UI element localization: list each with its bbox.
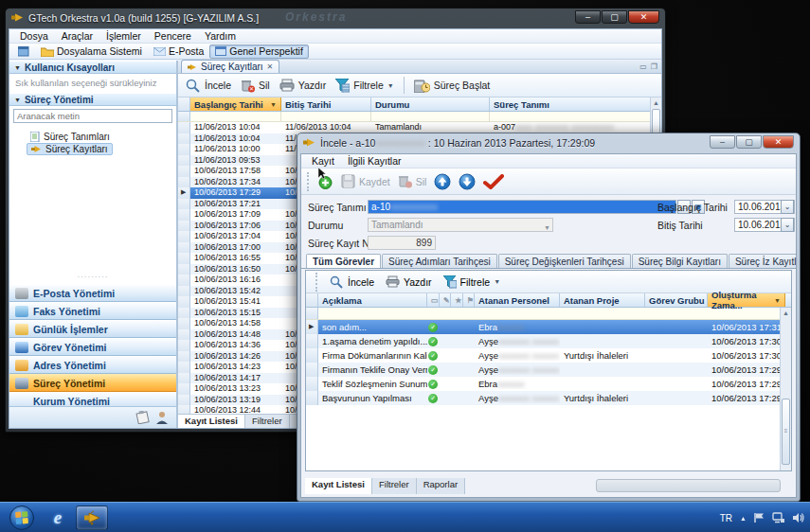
bottom-tab[interactable]: Filtreler bbox=[245, 415, 290, 428]
tray-flag-icon[interactable] bbox=[754, 512, 765, 523]
filtrele-button[interactable]: Filtrele ▼ bbox=[443, 275, 500, 289]
dialog-tab[interactable]: Süreç Bilgi Kayıtları bbox=[632, 254, 728, 268]
column-header-note-icon[interactable]: ▭ bbox=[427, 293, 440, 307]
menu-item[interactable]: Pencere bbox=[148, 29, 198, 43]
tab-close-icon[interactable]: ✕ bbox=[267, 62, 274, 71]
close-button[interactable]: ✕ bbox=[763, 135, 794, 149]
menu-item[interactable]: Yardım bbox=[198, 29, 243, 43]
scrollbar-thumb[interactable]: ≡ bbox=[782, 399, 790, 465]
tasks-scrollbar[interactable]: ▲ ≡ bbox=[780, 308, 791, 470]
dialog-tab[interactable]: Süreç Değişkenleri Tarihçesi bbox=[498, 254, 631, 268]
surec-baslat-button[interactable]: Süreç Başlat bbox=[414, 79, 491, 93]
bitis-dropdown-button[interactable]: ⌄ bbox=[781, 218, 794, 232]
filtrele-dropdown-icon[interactable]: ▼ bbox=[494, 278, 500, 285]
process-section-header[interactable]: ▼ Süreç Yönetimi bbox=[9, 93, 176, 106]
mdi-minimize-icon[interactable]: ▭ bbox=[639, 62, 647, 71]
dialog-tab[interactable]: Tüm Görevler bbox=[306, 254, 381, 268]
nav-item[interactable]: Faks Yönetimi bbox=[9, 302, 176, 320]
nav-item[interactable]: Adres Yönetimi bbox=[9, 356, 176, 374]
start-button[interactable] bbox=[9, 505, 34, 530]
surec-tanimi-input[interactable]: a-10xxxxxxxxxx bbox=[368, 200, 676, 214]
yazdir-button[interactable]: Yazdır bbox=[279, 79, 327, 92]
menu-item[interactable]: Kayıt bbox=[305, 154, 341, 168]
column-header-aciklama[interactable]: Açıklama bbox=[318, 293, 427, 307]
column-header-baslangic[interactable]: Başlangıç Tarihi ▼ bbox=[190, 98, 281, 111]
column-header-bitis[interactable]: Bitiş Tarihi bbox=[281, 98, 371, 111]
task-row[interactable]: Firmanın Teklife Onay Verm... ✓ Ayşexxxx… bbox=[306, 363, 791, 377]
column-header-olusturma[interactable]: Oluşturma Zama...▼ bbox=[708, 293, 785, 307]
general-perspective-button[interactable]: Genel Perspektif bbox=[209, 44, 309, 59]
filter-row[interactable] bbox=[178, 112, 661, 122]
column-header-durumu[interactable]: Durumu bbox=[371, 98, 490, 111]
maximize-button[interactable]: ▢ bbox=[736, 135, 762, 149]
main-title-bar[interactable]: GTech Orkestra v1.0a (build 1255) [G-YAZ… bbox=[6, 9, 665, 27]
shortcuts-section-header[interactable]: ▼ Kullanıcı Kısayolları bbox=[9, 61, 176, 74]
task-row[interactable]: Başvurunun Yapılması ✓ Ayşexxxxxxx xxxxx… bbox=[306, 391, 791, 405]
perspective-grid-button[interactable] bbox=[12, 44, 35, 59]
tray-hidden-icons-arrow[interactable]: ▲ bbox=[740, 515, 747, 522]
column-header-tanim[interactable]: Süreç Tanımı bbox=[490, 98, 654, 111]
tray-volume-icon[interactable] bbox=[792, 512, 804, 523]
task-row[interactable]: 1.aşama denetim yapıldı... ✓ Ayşexxxxxxx… bbox=[306, 334, 791, 348]
task-row[interactable]: Teklif Sözleşmenin Sunumu ✓ Ebraxxxxxx 1… bbox=[306, 377, 791, 391]
nav-item[interactable]: Süreç Yönetimi bbox=[9, 374, 176, 392]
nav-item[interactable]: E-Posta Yönetimi bbox=[9, 284, 176, 302]
menu-item[interactable]: Araçlar bbox=[55, 29, 99, 43]
filtrele-dropdown-icon[interactable]: ▼ bbox=[387, 82, 394, 89]
task-row[interactable]: ▶ son adım... ✓ Ebraxxxxxx 10/06/2013 17… bbox=[306, 320, 791, 334]
column-header-star-icon[interactable]: ★ bbox=[451, 293, 463, 307]
mdi-restore-icon[interactable]: ❐ bbox=[651, 62, 657, 71]
kaydet-button[interactable]: Kaydet bbox=[341, 174, 390, 188]
taskbar-orkestra-button[interactable] bbox=[76, 505, 108, 530]
task-row[interactable]: Firma Dökümanlarının Kalit... ✓ Ayşexxxx… bbox=[306, 348, 791, 363]
column-header-flag-icon[interactable]: ⚑ bbox=[463, 293, 476, 307]
filtrele-button[interactable]: Filtrele ▼ bbox=[335, 79, 393, 93]
tab-surec-kayitlari[interactable]: Süreç Kayıtları ✕ bbox=[181, 60, 279, 73]
menu-item[interactable]: İlgili Kayıtlar bbox=[341, 154, 408, 168]
minimize-button[interactable]: – bbox=[575, 10, 601, 24]
tray-language-indicator[interactable]: TR bbox=[720, 513, 732, 523]
email-button[interactable]: E-Posta bbox=[148, 44, 209, 59]
minimize-button[interactable]: – bbox=[710, 135, 735, 149]
durumu-combo[interactable]: Tamamlandı▼ bbox=[368, 218, 553, 232]
add-button[interactable] bbox=[317, 173, 333, 189]
approve-check-icon[interactable] bbox=[483, 174, 504, 189]
sidebar-splitter[interactable]: ········· bbox=[9, 273, 176, 281]
table-row[interactable]: 11/06/2013 10:04 11/06/2013 10:04 Tamaml… bbox=[178, 122, 661, 133]
bottom-tab[interactable]: Raporlar bbox=[417, 478, 465, 494]
tray-network-icon[interactable] bbox=[772, 512, 784, 523]
menu-item[interactable]: Dosya bbox=[13, 29, 55, 43]
bottom-tab[interactable]: Kayıt Listesi bbox=[305, 478, 372, 494]
toolbar-drag-handle[interactable] bbox=[315, 273, 318, 292]
dialog-tab[interactable]: Süreç Adımları Tarihçesi bbox=[382, 254, 497, 268]
column-header-personel[interactable]: Atanan Personel bbox=[475, 293, 560, 307]
scroll-up-icon[interactable]: ▲ bbox=[781, 308, 791, 318]
column-header-proje[interactable]: Atanan Proje bbox=[560, 293, 645, 307]
sidebar-search-input[interactable] bbox=[13, 109, 172, 123]
navigate-down-icon[interactable] bbox=[459, 173, 476, 190]
toolbar-drag-handle[interactable] bbox=[307, 172, 310, 191]
sil-button[interactable]: ✕ Sil bbox=[241, 79, 270, 93]
baslangic-dropdown-button[interactable]: ⌄ bbox=[781, 200, 794, 214]
column-header-grup[interactable]: Görev Grubu bbox=[645, 293, 708, 307]
filing-system-button[interactable]: Dosyalama Sistemi bbox=[35, 44, 148, 59]
scroll-up-icon[interactable]: ▲ bbox=[651, 98, 661, 108]
bottom-tab[interactable]: Filtreler bbox=[372, 478, 417, 494]
close-button[interactable]: ✕ bbox=[628, 10, 659, 24]
dialog-title-bar[interactable]: İncele - a-10xxxxxxxxxx : 10 Haziran 201… bbox=[297, 133, 800, 151]
tree-item-surec-tanimlari[interactable]: Süreç Tanımları bbox=[27, 131, 114, 143]
clipboard-icon[interactable] bbox=[135, 411, 150, 424]
sil-button[interactable]: Sil bbox=[398, 174, 427, 188]
nav-item[interactable]: Görev Yönetimi bbox=[9, 338, 176, 356]
person-icon[interactable] bbox=[155, 411, 169, 424]
bottom-tab[interactable]: Kayıt Listesi bbox=[178, 415, 245, 428]
incele-button[interactable]: İncele bbox=[186, 79, 231, 93]
dialog-tab[interactable]: Süreç İz Kayıtları bbox=[729, 254, 797, 268]
yazdir-button[interactable]: Yazdır bbox=[386, 275, 432, 288]
tree-item-surec-kayitlari[interactable]: Süreç Kayıtları bbox=[27, 143, 113, 155]
maximize-button[interactable]: ▢ bbox=[602, 10, 627, 24]
nav-item[interactable]: Günlük İşlemler bbox=[9, 320, 176, 338]
column-header-attachment-icon[interactable]: ✎ bbox=[440, 293, 452, 307]
taskbar-ie-button[interactable]: e bbox=[42, 505, 74, 530]
navigate-up-icon[interactable] bbox=[434, 173, 451, 190]
